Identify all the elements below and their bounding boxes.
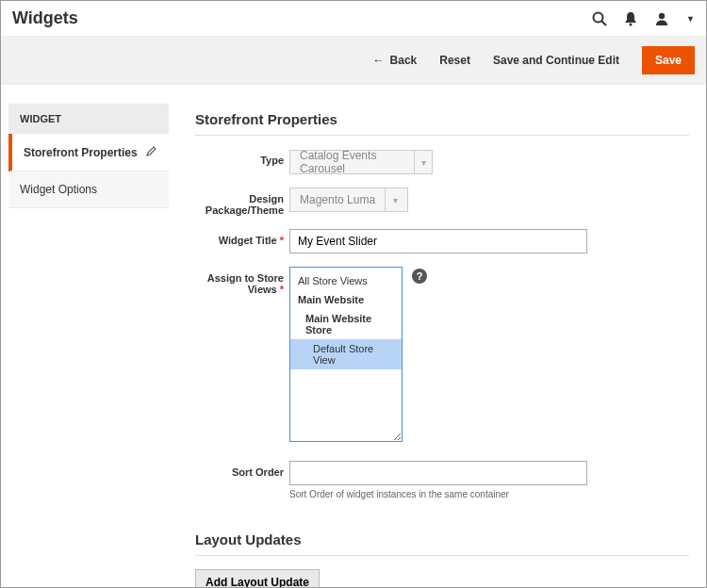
svg-line-1 xyxy=(602,21,607,25)
back-button[interactable]: ← Back xyxy=(373,54,418,67)
reset-button[interactable]: Reset xyxy=(439,54,470,67)
theme-label: Design Package/Theme xyxy=(195,188,289,216)
chevron-down-icon: ▾ xyxy=(385,188,405,211)
back-arrow-icon: ← xyxy=(373,54,385,67)
svg-point-2 xyxy=(630,23,633,25)
action-toolbar: ← Back Reset Save and Continue Edit Save xyxy=(1,36,706,85)
notifications-icon[interactable] xyxy=(624,11,637,26)
main-panel: Storefront Properties Type Catalog Event… xyxy=(169,104,699,588)
sidebar-item-storefront-properties[interactable]: Storefront Properties xyxy=(8,134,169,172)
field-row-theme: Design Package/Theme Magento Luma ▾ xyxy=(195,188,689,216)
sort-order-hint: Sort Order of widget instances in the sa… xyxy=(289,489,689,499)
page-header: Widgets ▼ xyxy=(1,1,706,36)
account-dropdown-caret-icon[interactable]: ▼ xyxy=(686,14,695,24)
assign-label: Assign to Store Views* xyxy=(195,267,289,442)
field-row-sort-order: Sort Order Sort Order of widget instance… xyxy=(195,461,689,499)
type-value: Catalog Events Carousel xyxy=(290,149,414,175)
widget-title-label: Widget Title* xyxy=(195,229,289,253)
sort-order-input[interactable] xyxy=(289,461,587,485)
type-label: Type xyxy=(195,149,289,174)
theme-select: Magento Luma ▾ xyxy=(289,188,408,212)
help-icon[interactable]: ? xyxy=(412,269,427,284)
sidebar-item-widget-options[interactable]: Widget Options xyxy=(8,172,169,208)
field-row-type: Type Catalog Events Carousel ▾ xyxy=(195,149,689,174)
store-views-multiselect[interactable]: All Store Views Main Website Main Websit… xyxy=(289,267,403,442)
search-icon[interactable] xyxy=(592,11,607,26)
sidebar-item-label: Widget Options xyxy=(20,183,97,196)
store-option-main-website[interactable]: Main Website xyxy=(290,290,402,309)
sidebar-item-label: Storefront Properties xyxy=(24,146,138,159)
chevron-down-icon: ▾ xyxy=(414,151,432,173)
storefront-properties-title: Storefront Properties xyxy=(195,104,689,136)
theme-value: Magento Luma xyxy=(290,193,385,206)
sidebar-heading: WIDGET xyxy=(8,104,169,134)
add-layout-update-button[interactable]: Add Layout Update xyxy=(195,569,320,588)
svg-point-3 xyxy=(659,12,665,18)
store-option-main-store[interactable]: Main Website Store xyxy=(290,309,402,339)
page-title: Widgets xyxy=(12,8,592,28)
widget-tabs-sidebar: WIDGET Storefront Properties Widget Opti… xyxy=(8,104,169,588)
back-label: Back xyxy=(390,54,418,67)
field-row-assign-store-views: Assign to Store Views* All Store Views M… xyxy=(195,267,689,442)
sort-order-label: Sort Order xyxy=(195,461,289,499)
save-button[interactable]: Save xyxy=(642,46,695,74)
widget-title-input[interactable] xyxy=(289,229,587,253)
layout-updates-title: Layout Updates xyxy=(195,524,689,556)
edit-icon xyxy=(146,145,157,159)
content-columns: WIDGET Storefront Properties Widget Opti… xyxy=(1,104,706,588)
account-icon[interactable] xyxy=(654,11,669,26)
type-select: Catalog Events Carousel ▾ xyxy=(289,150,433,174)
field-row-widget-title: Widget Title* xyxy=(195,229,689,253)
header-actions: ▼ xyxy=(592,11,695,26)
store-option-all[interactable]: All Store Views xyxy=(290,271,402,290)
save-continue-button[interactable]: Save and Continue Edit xyxy=(493,54,619,67)
svg-point-0 xyxy=(594,12,603,22)
store-option-default-view[interactable]: Default Store View xyxy=(290,339,402,369)
